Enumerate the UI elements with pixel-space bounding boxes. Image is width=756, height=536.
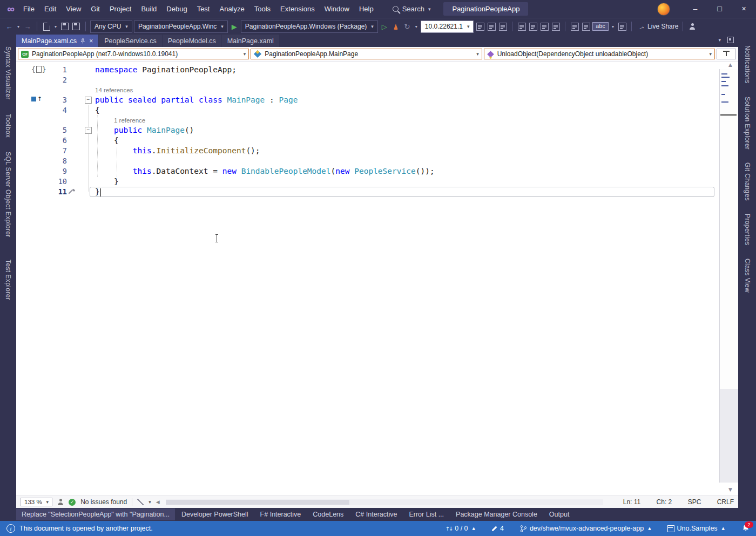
menu-item[interactable]: Window <box>320 0 354 18</box>
code-cleanup-icon[interactable] <box>137 499 144 505</box>
scroll-down-icon[interactable]: ▼ <box>728 487 732 492</box>
codelens-references[interactable]: 14 references <box>16 85 738 95</box>
refresh-icon[interactable]: ↻ <box>402 20 412 33</box>
inheritance-margin-icon[interactable]: ↑ <box>31 96 42 102</box>
visual-studio-logo-icon[interactable]: ∞ <box>3 0 18 18</box>
menu-item[interactable]: Edit <box>39 0 61 18</box>
code-line[interactable]: 4{ <box>16 105 738 116</box>
collapse-region-icon[interactable]: − <box>85 127 92 134</box>
pin-icon[interactable] <box>80 38 85 44</box>
grid-options-icon[interactable] <box>617 20 627 33</box>
right-rail-tab[interactable]: Class View <box>744 259 751 293</box>
split-window-button[interactable] <box>717 49 736 59</box>
codelens-references[interactable]: 1 reference <box>16 116 738 125</box>
code-line[interactable]: 6 { <box>16 135 738 146</box>
document-tab[interactable]: PeopleService.cs × <box>99 35 162 47</box>
tool-window-tab[interactable]: C# Interactive <box>350 508 402 520</box>
tool-window-tab[interactable]: Package Manager Console <box>450 508 543 520</box>
find-in-files-icon[interactable] <box>517 20 526 33</box>
member-breadcrumb-combo[interactable]: UnloadObject(DependencyObject unloadable… <box>484 49 715 59</box>
code-line[interactable]: 9 this.DataContext = new BindablePeopleM… <box>16 166 738 177</box>
document-tab[interactable]: MainPage.xaml.cs × <box>16 35 98 47</box>
sync-documents-icon[interactable] <box>581 20 591 33</box>
left-rail-tab[interactable]: SQL Server Object Explorer <box>4 152 12 238</box>
maximize-button[interactable]: □ <box>707 0 732 18</box>
right-rail-tab[interactable]: Solution Explorer <box>744 97 751 150</box>
search-box[interactable]: Search ▾ <box>387 3 436 15</box>
repository-button[interactable]: Uno.Samples ▲ <box>667 525 725 532</box>
suggestion-mode-toggle[interactable]: abc <box>592 22 609 31</box>
tab-list-dropdown-icon[interactable]: ▾ <box>718 37 721 43</box>
menu-item[interactable]: Tools <box>249 0 275 18</box>
namespace-margin-icon[interactable]: {} <box>31 65 46 73</box>
wrench-icon[interactable] <box>498 20 508 33</box>
quick-actions-screwdriver-icon[interactable] <box>68 186 77 196</box>
window-layout-icon[interactable] <box>727 37 734 43</box>
navigate-back-icon[interactable]: ← <box>4 20 14 33</box>
type-breadcrumb-combo[interactable]: PaginationPeopleApp.MainPage ▾ <box>251 49 482 59</box>
attach-process-icon[interactable] <box>487 20 496 33</box>
editor-extension-icon[interactable] <box>57 499 64 505</box>
start-without-debugging-icon[interactable]: ▷ <box>380 20 389 33</box>
navigate-back-dropdown-icon[interactable]: ▾ <box>16 24 21 29</box>
menu-item[interactable]: Build <box>136 0 161 18</box>
minimap-scrollbar[interactable] <box>719 69 738 389</box>
outline-icon[interactable] <box>551 20 561 33</box>
solution-platform-combo[interactable]: Any CPU ▾ <box>90 21 132 33</box>
sync-commits-button[interactable]: ↑↓ 0 / 0 ▲ <box>445 525 475 532</box>
code-line[interactable]: 7 this.InitializeComponent(); <box>16 146 738 156</box>
startup-project-combo[interactable]: PaginationPeopleApp.Winc ▾ <box>134 21 228 33</box>
target-sdk-version-combo[interactable]: 10.0.22621.1 ▾ <box>421 21 474 33</box>
menu-item[interactable]: Debug <box>161 0 192 18</box>
new-file-dropdown-icon[interactable]: ▾ <box>53 24 58 29</box>
close-button[interactable]: × <box>732 0 756 18</box>
tool-window-tab[interactable]: Error List ... <box>403 508 449 520</box>
code-line[interactable]: 11} <box>16 187 738 197</box>
notifications-button[interactable]: 2 <box>742 524 750 533</box>
navigate-forward-icon[interactable]: → <box>23 20 32 33</box>
right-rail-tab[interactable]: Notifications <box>744 45 751 84</box>
close-tab-icon[interactable]: × <box>89 38 93 44</box>
scrollbar-track[interactable] <box>719 389 738 483</box>
project-breadcrumb-combo[interactable]: C# PaginationPeopleApp (net7.0-windows10… <box>18 49 249 59</box>
hot-reload-icon[interactable] <box>391 20 401 33</box>
menu-item[interactable]: View <box>61 0 86 18</box>
right-rail-tab[interactable]: Properties <box>744 214 751 246</box>
tool-window-tab[interactable]: F# Interactive <box>255 508 307 520</box>
account-avatar[interactable] <box>657 3 670 16</box>
code-line[interactable]: 1namespace PaginationPeopleApp; <box>16 65 738 75</box>
menu-item[interactable]: Help <box>354 0 379 18</box>
code-cleanup-dropdown-icon[interactable]: ▾ <box>148 499 151 505</box>
collapse-region-icon[interactable]: − <box>85 97 92 104</box>
solution-name-badge[interactable]: PaginationPeopleApp <box>443 2 528 16</box>
save-icon[interactable] <box>60 20 70 33</box>
save-all-icon[interactable] <box>71 20 81 33</box>
publish-icon[interactable] <box>475 20 485 33</box>
new-file-icon[interactable] <box>42 20 51 33</box>
menu-item[interactable]: Git <box>86 0 105 18</box>
horizontal-scrollbar[interactable] <box>166 499 603 505</box>
bookmark-icon[interactable] <box>539 20 549 33</box>
feedback-icon[interactable] <box>687 20 697 33</box>
menu-item[interactable]: Extensions <box>275 0 320 18</box>
menu-item[interactable]: Project <box>105 0 136 18</box>
code-line[interactable]: 8 <box>16 156 738 166</box>
tool-window-tab[interactable]: CodeLens <box>307 508 349 520</box>
menu-item[interactable]: Analyze <box>214 0 249 18</box>
code-editor[interactable]: 1namespace PaginationPeopleApp;214 refer… <box>16 62 738 496</box>
document-tab[interactable]: MainPage.xaml × <box>222 35 279 47</box>
health-label[interactable]: No issues found <box>80 498 127 506</box>
scroll-left-icon[interactable]: ◀ <box>156 499 160 505</box>
menu-item[interactable]: File <box>18 0 39 18</box>
code-line[interactable]: 2 <box>16 75 738 85</box>
start-debugging-icon[interactable]: ▶ <box>230 20 239 33</box>
left-rail-tab[interactable]: Toolbox <box>4 114 12 138</box>
hot-reload-dropdown-icon[interactable]: ▾ <box>414 24 419 29</box>
minimize-button[interactable]: – <box>683 0 707 18</box>
scroll-up-icon[interactable]: ▲ <box>728 62 732 67</box>
pending-edits-button[interactable]: 4 <box>491 525 504 532</box>
code-line[interactable]: 3−public sealed partial class MainPage :… <box>16 95 738 105</box>
compare-documents-icon[interactable] <box>570 20 579 33</box>
menu-item[interactable]: Test <box>192 0 215 18</box>
document-tab[interactable]: PeopleModel.cs × <box>163 35 221 47</box>
